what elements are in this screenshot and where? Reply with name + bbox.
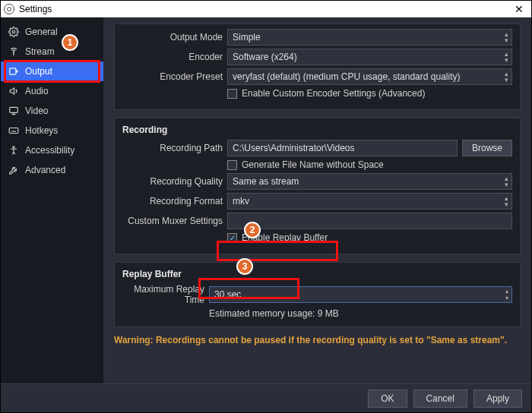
recording-path-label: Recording Path bbox=[122, 143, 223, 153]
chevron-updown-icon: ▴▾ bbox=[505, 195, 508, 207]
recording-path-input[interactable]: C:\Users\Administrator\Videos bbox=[227, 140, 458, 156]
sidebar-item-hotkeys[interactable]: Hotkeys bbox=[1, 121, 103, 140]
sidebar-item-video[interactable]: Video bbox=[1, 101, 103, 121]
monitor-icon bbox=[8, 106, 19, 116]
group-streaming: Output Mode Simple ▴▾ Encoder Software (… bbox=[114, 24, 521, 110]
speaker-icon bbox=[8, 86, 19, 96]
max-replay-time-value: 30 sec bbox=[214, 289, 241, 300]
close-icon[interactable]: ✕ bbox=[510, 3, 528, 15]
recording-format-select[interactable]: mkv▴▾ bbox=[227, 193, 512, 210]
encoder-preset-select[interactable]: veryfast (default) (medium CPU usage, st… bbox=[227, 68, 512, 85]
svg-rect-2 bbox=[10, 68, 16, 74]
gear-icon bbox=[8, 27, 19, 37]
antenna-icon bbox=[8, 46, 19, 57]
keyboard-icon bbox=[8, 125, 19, 136]
chevron-updown-icon: ▴▾ bbox=[505, 71, 508, 83]
annotation-highlight-2 bbox=[217, 241, 338, 261]
sidebar-item-label: General bbox=[25, 27, 58, 37]
sidebar: General Stream Output Audio Video Hotkey… bbox=[1, 17, 103, 383]
chevron-updown-icon: ▴▾ bbox=[505, 175, 508, 188]
window-title: Settings bbox=[19, 4, 510, 14]
custom-muxer-label: Custom Muxer Settings bbox=[122, 216, 223, 226]
output-mode-value: Simple bbox=[233, 32, 261, 43]
wrench-icon bbox=[8, 165, 19, 175]
custom-muxer-input[interactable] bbox=[227, 213, 512, 229]
sidebar-item-label: Output bbox=[25, 66, 52, 77]
checkbox-label: Enable Custom Encoder Settings (Advanced… bbox=[242, 88, 425, 99]
estimated-memory-usage: Estimated memory usage: 9 MB bbox=[209, 308, 512, 319]
sidebar-item-label: Hotkeys bbox=[25, 125, 58, 136]
replay-buffer-title: Replay Buffer bbox=[122, 269, 512, 279]
enable-custom-encoder-checkbox[interactable]: Enable Custom Encoder Settings (Advanced… bbox=[227, 88, 512, 99]
checkbox-label: Generate File Name without Space bbox=[242, 159, 384, 170]
encoder-label: Encoder bbox=[122, 52, 223, 62]
content-panel: Output Mode Simple ▴▾ Encoder Software (… bbox=[103, 17, 531, 383]
recording-quality-label: Recording Quality bbox=[122, 176, 223, 187]
checkbox-icon bbox=[227, 160, 237, 170]
apply-button[interactable]: Apply bbox=[473, 389, 522, 408]
recording-quality-select[interactable]: Same as stream▴▾ bbox=[227, 173, 512, 190]
recording-format-label: Recording Format bbox=[122, 196, 223, 206]
ok-button[interactable]: OK bbox=[368, 389, 407, 408]
recording-title: Recording bbox=[122, 125, 512, 135]
browse-button[interactable]: Browse bbox=[462, 140, 512, 156]
settings-window: Settings ✕ General Stream Output Audio bbox=[0, 0, 532, 413]
svg-point-5 bbox=[13, 147, 14, 148]
max-replay-time-input[interactable]: 30 sec ▴▾ bbox=[209, 286, 512, 303]
titlebar: Settings ✕ bbox=[1, 1, 531, 17]
group-replay-buffer: Replay Buffer Maximum Replay Time 30 sec… bbox=[114, 262, 521, 327]
checkbox-icon bbox=[227, 89, 237, 99]
app-icon bbox=[4, 4, 14, 14]
generate-filename-checkbox[interactable]: Generate File Name without Space bbox=[227, 159, 512, 170]
group-recording: Recording Recording Path C:\Users\Admini… bbox=[114, 118, 521, 254]
sidebar-item-audio[interactable]: Audio bbox=[1, 81, 103, 101]
sidebar-item-label: Advanced bbox=[25, 165, 65, 175]
chevron-updown-icon: ▴▾ bbox=[505, 51, 508, 63]
sidebar-item-label: Stream bbox=[25, 46, 55, 57]
sidebar-item-output[interactable]: Output bbox=[1, 61, 103, 81]
footer: OK Cancel Apply bbox=[1, 383, 531, 412]
sidebar-item-label: Accessibility bbox=[25, 145, 74, 156]
encoder-preset-label: Encoder Preset bbox=[122, 71, 223, 82]
sidebar-item-accessibility[interactable]: Accessibility bbox=[1, 140, 103, 160]
enable-replay-buffer-checkbox[interactable]: Enable Replay Buffer bbox=[227, 232, 512, 243]
sidebar-item-advanced[interactable]: Advanced bbox=[1, 160, 103, 180]
annotation-badge-2: 2 bbox=[244, 222, 261, 238]
annotation-badge-3: 3 bbox=[236, 258, 253, 275]
output-icon bbox=[8, 66, 19, 77]
sidebar-item-label: Video bbox=[25, 106, 48, 116]
svg-point-0 bbox=[12, 30, 15, 33]
cancel-button[interactable]: Cancel bbox=[413, 389, 467, 408]
encoder-select[interactable]: Software (x264) ▴▾ bbox=[227, 49, 512, 65]
output-mode-select[interactable]: Simple ▴▾ bbox=[227, 29, 512, 46]
sidebar-item-general[interactable]: General bbox=[1, 22, 103, 42]
sidebar-item-stream[interactable]: Stream bbox=[1, 42, 103, 61]
sidebar-item-label: Audio bbox=[25, 86, 49, 96]
svg-rect-4 bbox=[9, 128, 18, 134]
chevron-updown-icon: ▴▾ bbox=[505, 31, 508, 43]
encoder-preset-value: veryfast (default) (medium CPU usage, st… bbox=[233, 71, 460, 82]
max-replay-time-label: Maximum Replay Time bbox=[122, 284, 204, 305]
checkbox-checked-icon bbox=[227, 233, 237, 243]
spinner-icon: ▴▾ bbox=[505, 288, 508, 301]
output-mode-label: Output Mode bbox=[122, 32, 223, 43]
encoder-value: Software (x264) bbox=[233, 52, 297, 62]
annotation-badge-1: 1 bbox=[62, 34, 78, 51]
svg-rect-3 bbox=[10, 107, 18, 112]
accessibility-icon bbox=[8, 145, 19, 156]
warning-text: Warning: Recordings cannot be paused if … bbox=[114, 335, 521, 345]
